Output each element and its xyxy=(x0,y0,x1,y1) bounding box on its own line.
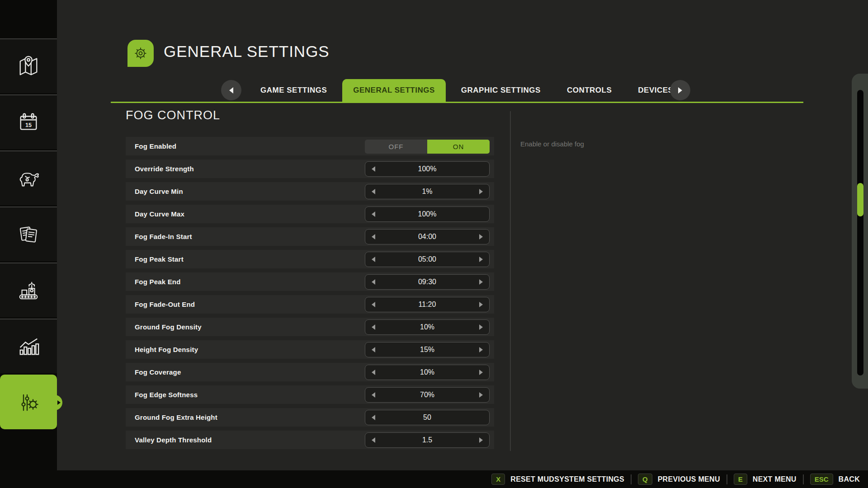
tab-graphic-settings[interactable]: GRAPHIC SETTINGS xyxy=(450,79,552,102)
key-badge: E xyxy=(734,474,747,485)
tab-general-settings[interactable]: GENERAL SETTINGS xyxy=(342,79,446,102)
value-stepper[interactable]: 04:00 xyxy=(365,229,490,244)
footer-action-reset-mudsystem-settings[interactable]: X RESET MUDSYSTEM SETTINGS xyxy=(491,474,624,485)
decrease-arrow[interactable] xyxy=(372,324,375,330)
setting-label: Fog Coverage xyxy=(135,368,181,376)
decrease-arrow[interactable] xyxy=(372,302,375,307)
setting-value: 50 xyxy=(423,413,431,422)
increase-arrow[interactable] xyxy=(479,437,483,443)
value-stepper[interactable]: 1% xyxy=(365,184,490,199)
setting-value: 05:00 xyxy=(418,255,436,263)
toggle-on-button[interactable]: ON xyxy=(427,140,490,154)
footer-action-previous-menu[interactable]: Q PREVIOUS MENU xyxy=(638,474,720,485)
tab-controls[interactable]: CONTROLS xyxy=(556,79,623,102)
value-stepper[interactable]: 10% xyxy=(365,319,490,335)
value-stepper[interactable]: 09:30 xyxy=(365,274,490,290)
settings-rows: Fog Enabled OFF ON Override Strength 100… xyxy=(126,137,494,453)
increase-arrow[interactable] xyxy=(479,324,483,330)
decrease-arrow[interactable] xyxy=(372,166,375,172)
setting-row-day-curve-min: Day Curve Min 1% xyxy=(126,182,494,201)
value-stepper[interactable]: 15% xyxy=(365,342,490,357)
toggle: OFF ON xyxy=(365,140,490,154)
setting-label: Ground Fog Density xyxy=(135,323,202,331)
setting-control: 10% xyxy=(365,365,490,380)
value-stepper[interactable]: 100% xyxy=(365,206,490,222)
decrease-arrow[interactable] xyxy=(372,415,375,420)
sidebar-item-calendar[interactable]: 15 xyxy=(0,94,57,149)
tabs-previous-button[interactable] xyxy=(221,80,241,100)
value-stepper[interactable]: 70% xyxy=(365,387,490,403)
value-stepper[interactable]: 10% xyxy=(365,365,490,380)
cow-icon xyxy=(17,167,40,190)
decrease-arrow[interactable] xyxy=(372,257,375,262)
setting-value: 100% xyxy=(418,165,437,173)
setting-label: Fog Fade-Out End xyxy=(135,300,195,308)
setting-control: 1.5 xyxy=(365,432,490,448)
increase-arrow[interactable] xyxy=(479,392,483,398)
toggle-off-button[interactable]: OFF xyxy=(365,140,427,154)
tabs-next-button[interactable] xyxy=(670,80,690,100)
increase-arrow[interactable] xyxy=(479,189,483,194)
sidebar-item-animals[interactable] xyxy=(0,150,57,205)
scrollbar-track[interactable] xyxy=(857,90,863,375)
sidebar: 15 xyxy=(0,0,57,470)
setting-row-fog-fade-out-end: Fog Fade-Out End 11:20 xyxy=(126,295,494,314)
setting-value: 09:30 xyxy=(418,278,436,286)
tab-game-settings[interactable]: GAME SETTINGS xyxy=(250,79,338,102)
setting-label: Height Fog Density xyxy=(135,346,198,353)
decrease-arrow[interactable] xyxy=(372,392,375,398)
setting-row-fog-peak-end: Fog Peak End 09:30 xyxy=(126,272,494,291)
scrollbar-thumb[interactable] xyxy=(857,183,863,216)
increase-arrow[interactable] xyxy=(479,279,483,285)
sidebar-item-map[interactable] xyxy=(0,38,57,93)
help-text: Enable or disable fog xyxy=(520,140,584,148)
value-stepper[interactable]: 1.5 xyxy=(365,432,490,448)
decrease-arrow[interactable] xyxy=(372,437,375,443)
sidebar-item-production[interactable] xyxy=(0,263,57,317)
setting-control: 11:20 xyxy=(365,297,490,312)
chevron-right-icon xyxy=(678,87,682,94)
value-stepper[interactable]: 05:00 xyxy=(365,252,490,267)
decrease-arrow[interactable] xyxy=(372,370,375,375)
page-icon-bubble xyxy=(127,40,154,67)
setting-value: 11:20 xyxy=(419,300,436,309)
setting-control: 05:00 xyxy=(365,252,490,267)
decrease-arrow[interactable] xyxy=(372,189,375,194)
increase-arrow[interactable] xyxy=(479,302,483,307)
sidebar-item-contracts[interactable] xyxy=(0,206,57,261)
key-badge: X xyxy=(491,474,505,485)
footer-separator xyxy=(631,474,632,484)
increase-arrow[interactable] xyxy=(479,234,483,239)
increase-arrow[interactable] xyxy=(479,370,483,375)
setting-value: 1.5 xyxy=(422,436,432,444)
setting-value: 15% xyxy=(420,346,434,354)
increase-arrow[interactable] xyxy=(479,257,483,262)
setting-row-fog-fade-in-start: Fog Fade-In Start 04:00 xyxy=(126,227,494,246)
setting-control: 50 xyxy=(365,410,490,425)
key-badge: Q xyxy=(638,474,652,485)
tab-label: CONTROLS xyxy=(567,86,612,95)
decrease-arrow[interactable] xyxy=(372,347,375,352)
setting-value: 04:00 xyxy=(418,233,436,241)
setting-label: Fog Peak Start xyxy=(135,255,184,263)
setting-value: 100% xyxy=(418,210,437,218)
section-title: FOG CONTROL xyxy=(126,108,220,122)
decrease-arrow[interactable] xyxy=(372,211,375,217)
decrease-arrow[interactable] xyxy=(372,234,375,239)
decrease-arrow[interactable] xyxy=(372,279,375,285)
tab-label: DEVICES xyxy=(638,86,673,95)
value-stepper[interactable]: 100% xyxy=(365,161,490,177)
value-stepper[interactable]: 11:20 xyxy=(365,297,490,312)
calendar-icon: 15 xyxy=(17,111,40,134)
footer-action-back[interactable]: ESC BACK xyxy=(810,474,860,485)
page-title: GENERAL SETTINGS xyxy=(164,42,330,61)
footer-action-next-menu[interactable]: E NEXT MENU xyxy=(734,474,797,485)
mod-settings-icon xyxy=(16,390,41,415)
increase-arrow[interactable] xyxy=(479,347,483,352)
setting-label: Fog Edge Softness xyxy=(135,391,198,399)
setting-label: Ground Fog Extra Height xyxy=(135,413,217,421)
sidebar-item-statistics[interactable] xyxy=(0,319,57,373)
sidebar-item-mod-settings[interactable] xyxy=(0,375,57,429)
footer-action-label: RESET MUDSYSTEM SETTINGS xyxy=(510,475,624,483)
value-stepper[interactable]: 50 xyxy=(365,410,490,425)
